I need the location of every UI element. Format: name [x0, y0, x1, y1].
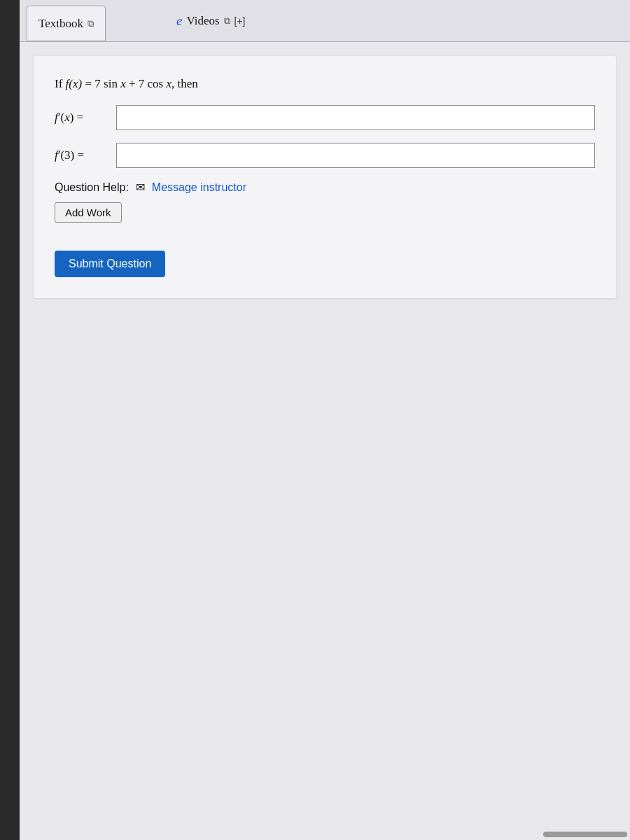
textbook-label: Textbook	[38, 17, 83, 31]
answer-row-1: f′(x) =	[55, 105, 595, 130]
function-notation: f(x)	[66, 77, 83, 90]
videos-cursive-icon: e	[176, 13, 182, 29]
question-area: If f(x) = 7 sin x + 7 cos x, then f′(x) …	[34, 56, 616, 298]
mail-icon: ✉	[136, 181, 145, 194]
add-work-button[interactable]: Add Work	[55, 202, 122, 223]
answer2-label: f′(3) =	[55, 148, 111, 162]
scrollbar[interactable]	[543, 832, 627, 837]
answer1-label: f′(x) =	[55, 111, 111, 125]
question-help-label: Question Help:	[55, 181, 129, 194]
problem-text: If f(x) = 7 sin x + 7 cos x, then	[55, 77, 595, 91]
videos-external-icon: ⧉	[224, 15, 230, 27]
message-instructor-link[interactable]: Message instructor	[152, 181, 246, 194]
main-content: Textbook ⧉ e Videos ⧉ [+] If f(x) = 7 si…	[20, 0, 630, 840]
answer2-input[interactable]	[116, 143, 595, 168]
tab-videos[interactable]: e Videos ⧉ [+]	[162, 0, 260, 41]
answer-row-2: f′(3) =	[55, 143, 595, 168]
tab-bar: Textbook ⧉ e Videos ⧉ [+]	[20, 0, 630, 42]
left-sidebar	[0, 0, 20, 840]
submit-question-button[interactable]: Submit Question	[55, 251, 165, 277]
answer1-input[interactable]	[116, 105, 595, 130]
question-help-row: Question Help: ✉ Message instructor	[55, 181, 595, 194]
videos-label: Videos	[186, 14, 219, 28]
textbook-external-icon: ⧉	[88, 18, 94, 29]
tab-textbook[interactable]: Textbook ⧉	[27, 6, 106, 41]
videos-plus-badge: [+]	[234, 15, 246, 27]
